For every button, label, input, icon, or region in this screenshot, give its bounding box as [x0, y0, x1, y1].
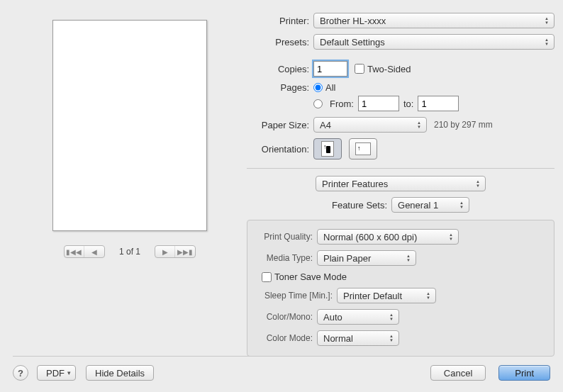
first-page-button[interactable]: ▮◀◀ — [65, 246, 84, 257]
printer-label: Printer: — [247, 16, 313, 26]
chevron-updown-icon — [415, 119, 423, 130]
hide-details-label: Hide Details — [95, 368, 145, 379]
paper-size-label: Paper Size: — [247, 120, 313, 130]
pages-label: Pages: — [247, 82, 313, 93]
pdf-menu-button[interactable]: PDF — [37, 365, 76, 381]
chevron-updown-icon — [447, 231, 455, 242]
pages-from-label: From: — [330, 99, 354, 109]
copies-input[interactable] — [313, 61, 347, 77]
orientation-label: Orientation: — [247, 144, 313, 155]
sleep-time-label: Sleep Time [Min.]: — [257, 291, 337, 301]
paper-size-value: A4 — [320, 120, 331, 130]
prev-page-button[interactable]: ◀ — [84, 246, 104, 257]
printer-features-panel: Print Quality: Normal (600 x 600 dpi) Me… — [247, 220, 554, 357]
print-button[interactable]: Print — [498, 365, 550, 381]
print-quality-select[interactable]: Normal (600 x 600 dpi) — [317, 229, 459, 245]
hide-details-button[interactable]: Hide Details — [86, 365, 154, 381]
portrait-icon: ↑ — [321, 141, 334, 157]
sleep-time-value: Printer Default — [343, 291, 402, 301]
page-preview — [52, 20, 207, 231]
page-indicator: 1 of 1 — [119, 247, 140, 257]
section-value: Printer Features — [322, 179, 388, 189]
color-mono-label: Color/Mono: — [257, 312, 317, 322]
section-select[interactable]: Printer Features — [316, 176, 486, 191]
chevron-updown-icon — [542, 15, 551, 26]
cancel-button[interactable]: Cancel — [430, 365, 486, 381]
help-button[interactable]: ? — [13, 365, 28, 381]
media-type-label: Media Type: — [257, 253, 317, 263]
last-page-button[interactable]: ▶▶▮ — [175, 246, 195, 257]
chevron-updown-icon — [424, 290, 433, 301]
orientation-landscape-button[interactable]: ↑ — [349, 138, 377, 159]
pages-all-label: All — [325, 82, 335, 93]
chevron-updown-icon — [474, 178, 482, 189]
page-to-input[interactable] — [418, 96, 459, 111]
settings-column: Printer: Brother HL-xxxx Presets: Defaul… — [247, 13, 554, 357]
media-type-select[interactable]: Plain Paper — [317, 250, 416, 266]
pages-from-radio[interactable] — [313, 99, 323, 108]
next-page-button[interactable]: ▶ — [155, 246, 175, 257]
presets-value: Default Settings — [320, 37, 385, 47]
chevron-updown-icon — [457, 199, 466, 211]
divider — [247, 168, 554, 169]
orientation-portrait-button[interactable]: ↑ — [313, 138, 342, 159]
color-mode-select[interactable]: Normal — [317, 330, 399, 346]
paper-size-select[interactable]: A4 — [313, 117, 427, 133]
color-mode-label: Color Mode: — [257, 333, 317, 343]
print-quality-label: Print Quality: — [257, 232, 317, 242]
chevron-updown-icon — [542, 36, 551, 47]
two-sided-checkbox[interactable] — [355, 64, 364, 74]
feature-sets-label: Feature Sets: — [332, 200, 387, 211]
presets-select[interactable]: Default Settings — [313, 34, 554, 50]
chevron-updown-icon — [387, 311, 396, 323]
pager-back-group: ▮◀◀ ◀ — [64, 245, 105, 258]
color-mono-select[interactable]: Auto — [317, 309, 399, 325]
paper-dimensions: 210 by 297 mm — [434, 120, 493, 130]
media-type-value: Plain Paper — [323, 253, 371, 264]
presets-label: Presets: — [247, 37, 313, 47]
toner-save-label: Toner Save Mode — [274, 271, 347, 282]
preview-pager: ▮◀◀ ◀ 1 of 1 ▶ ▶▶▮ — [64, 245, 196, 258]
two-sided-label: Two-Sided — [367, 64, 411, 74]
page-from-input[interactable] — [358, 96, 399, 111]
feature-sets-value: General 1 — [398, 200, 438, 211]
feature-sets-select[interactable]: General 1 — [391, 197, 469, 213]
color-mode-value: Normal — [323, 333, 353, 344]
print-label: Print — [515, 368, 534, 379]
landscape-icon: ↑ — [355, 142, 371, 155]
chevron-updown-icon — [387, 332, 396, 344]
color-mono-value: Auto — [323, 312, 342, 323]
copies-label: Copies: — [247, 64, 313, 74]
cancel-label: Cancel — [444, 368, 472, 379]
chevron-updown-icon — [404, 252, 413, 264]
toner-save-checkbox[interactable] — [262, 272, 272, 282]
pager-forward-group: ▶ ▶▶▮ — [155, 245, 196, 258]
pages-all-radio[interactable] — [313, 83, 323, 92]
sleep-time-select[interactable]: Printer Default — [337, 288, 436, 303]
print-quality-value: Normal (600 x 600 dpi) — [323, 232, 417, 242]
preview-column: ▮◀◀ ◀ 1 of 1 ▶ ▶▶▮ — [13, 13, 247, 357]
printer-select[interactable]: Brother HL-xxxx — [313, 13, 554, 28]
bottom-bar: ? PDF Hide Details Cancel Print — [13, 356, 550, 381]
pages-to-label: to: — [403, 99, 413, 109]
pdf-label: PDF — [46, 368, 65, 379]
printer-value: Brother HL-xxxx — [320, 16, 386, 26]
